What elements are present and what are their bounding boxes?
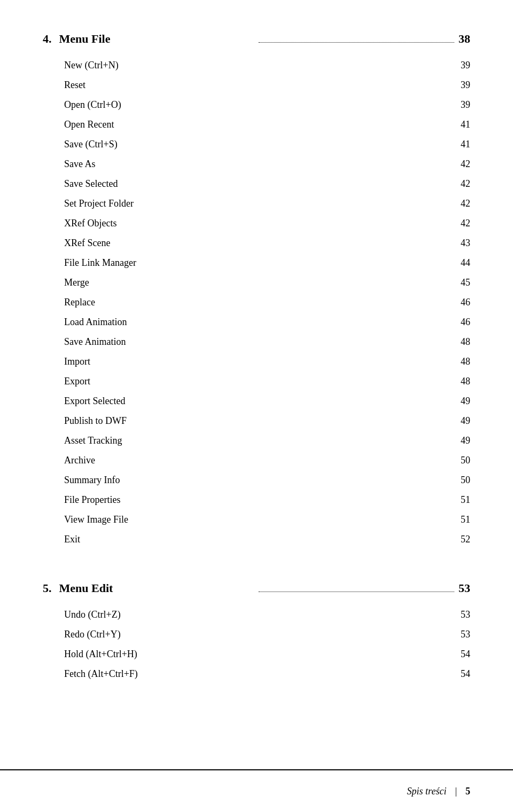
section-page-1: 53 — [458, 581, 470, 595]
item-dots — [123, 68, 456, 68]
item-dots — [118, 127, 456, 128]
item-dots — [125, 637, 456, 637]
footer-separator: | — [455, 786, 457, 797]
page-footer: Spis treści | 5 — [0, 769, 513, 812]
item-page: 43 — [461, 236, 470, 250]
item-page: 39 — [461, 78, 470, 92]
list-item: Archive50 — [43, 451, 470, 470]
list-item: Load Animation46 — [43, 312, 470, 332]
item-dots — [121, 226, 456, 226]
item-page: 42 — [461, 177, 470, 191]
item-dots — [125, 502, 457, 503]
item-title: XRef Objects — [64, 216, 116, 231]
section-dots-0 — [259, 42, 454, 43]
list-item: Save Animation48 — [43, 332, 470, 352]
item-dots — [131, 423, 456, 424]
toc-section-section-5: 5.Menu Edit53Undo (Ctrl+Z)53Redo (Ctrl+Y… — [43, 581, 470, 684]
item-dots — [129, 404, 456, 404]
item-page: 50 — [461, 473, 470, 487]
item-title: Set Project Folder — [64, 196, 134, 211]
item-dots — [126, 107, 456, 108]
list-item: New (Ctrl+N)39 — [43, 56, 470, 75]
item-title: Exit — [64, 532, 80, 547]
item-page: 41 — [461, 137, 470, 152]
item-title: New (Ctrl+N) — [64, 58, 119, 73]
item-title: View Image File — [64, 513, 128, 527]
item-dots — [114, 246, 456, 246]
item-title: Undo (Ctrl+Z) — [64, 608, 121, 622]
item-title: Import — [64, 354, 90, 369]
item-page: 51 — [461, 493, 470, 507]
list-item: Exit52 — [43, 530, 470, 549]
item-title: File Link Manager — [64, 256, 136, 270]
item-dots — [122, 147, 456, 147]
item-title: Load Animation — [64, 315, 127, 329]
item-title: Hold (Alt+Ctrl+H) — [64, 647, 137, 661]
item-page: 41 — [461, 117, 470, 132]
list-item: Export48 — [43, 372, 470, 391]
section-dots-1 — [259, 592, 454, 592]
list-item: Save Selected42 — [43, 174, 470, 194]
item-dots — [94, 285, 456, 286]
item-title: File Properties — [64, 493, 121, 507]
item-dots — [125, 617, 456, 618]
footer-content: Spis treści | 5 — [407, 786, 470, 797]
item-dots — [99, 305, 456, 305]
item-dots — [90, 88, 456, 88]
list-item: Save As42 — [43, 154, 470, 174]
item-page: 49 — [461, 414, 470, 428]
item-title: Open (Ctrl+O) — [64, 98, 121, 112]
item-title: Asset Tracking — [64, 433, 122, 448]
item-page: 54 — [461, 647, 470, 661]
item-page: 53 — [461, 608, 470, 622]
list-item: Asset Tracking49 — [43, 431, 470, 451]
section-heading-0: 4.Menu File38 — [43, 32, 470, 46]
item-page: 44 — [461, 256, 470, 270]
toc-section-section-4: 4.Menu File38New (Ctrl+N)39Reset39Open (… — [43, 32, 470, 549]
item-page: 42 — [461, 196, 470, 211]
item-dots — [142, 676, 456, 677]
item-page: 46 — [461, 295, 470, 310]
item-dots — [99, 463, 456, 463]
list-item: Set Project Folder42 — [43, 194, 470, 214]
footer-label: Spis treści — [407, 786, 447, 797]
list-item: XRef Objects42 — [43, 214, 470, 233]
list-item: Summary Info50 — [43, 470, 470, 490]
item-page: 48 — [461, 335, 470, 349]
item-title: Replace — [64, 295, 95, 310]
item-page: 42 — [461, 216, 470, 231]
item-dots — [124, 483, 456, 483]
item-page: 42 — [461, 157, 470, 171]
list-item: Replace46 — [43, 293, 470, 312]
list-item: Undo (Ctrl+Z)53 — [43, 605, 470, 625]
list-item: Merge45 — [43, 273, 470, 293]
item-title: Publish to DWF — [64, 414, 127, 428]
item-title: Export Selected — [64, 394, 125, 408]
item-dots — [100, 167, 457, 167]
item-dots — [127, 443, 456, 444]
item-title: Open Recent — [64, 117, 114, 132]
list-item: Redo (Ctrl+Y)53 — [43, 625, 470, 644]
item-dots — [122, 186, 456, 187]
list-item: View Image File51 — [43, 510, 470, 530]
list-item: File Link Manager44 — [43, 253, 470, 273]
list-item: Fetch (Alt+Ctrl+F)54 — [43, 664, 470, 684]
item-title: Merge — [64, 275, 89, 290]
list-item: Save (Ctrl+S)41 — [43, 135, 470, 154]
item-dots — [138, 206, 456, 207]
item-dots — [84, 542, 456, 542]
item-dots — [95, 364, 456, 365]
list-item: Reset39 — [43, 75, 470, 95]
list-item: Export Selected49 — [43, 391, 470, 411]
item-dots — [130, 344, 457, 345]
item-page: 49 — [461, 433, 470, 448]
item-page: 48 — [461, 354, 470, 369]
page-content: 4.Menu File38New (Ctrl+N)39Reset39Open (… — [0, 0, 513, 769]
item-dots — [131, 325, 456, 325]
item-title: Summary Info — [64, 473, 120, 487]
item-page: 51 — [461, 513, 470, 527]
section-number-1: 5. — [43, 581, 52, 595]
section-title-1: Menu Edit — [59, 581, 255, 595]
list-item: Open Recent41 — [43, 115, 470, 135]
item-title: Archive — [64, 453, 95, 468]
